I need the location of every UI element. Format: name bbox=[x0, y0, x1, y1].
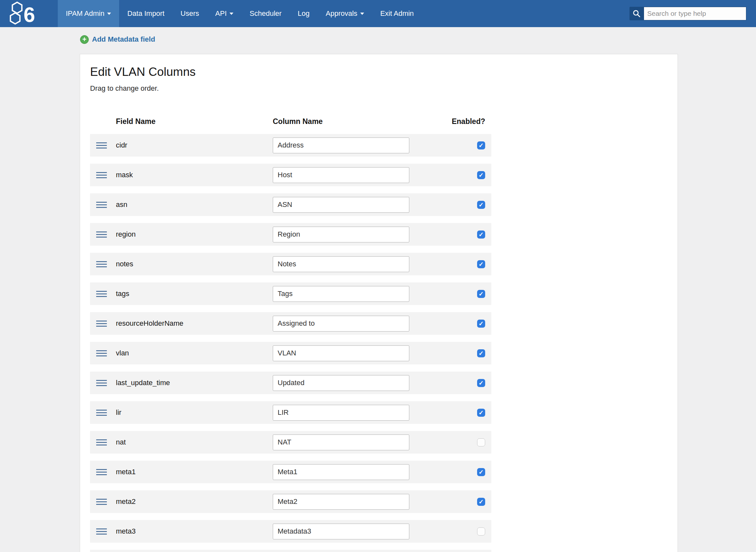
column-name-input[interactable] bbox=[273, 316, 409, 331]
header-column-name: Column Name bbox=[273, 117, 409, 126]
drag-handle-icon[interactable] bbox=[96, 202, 107, 208]
drag-handle-icon[interactable] bbox=[96, 142, 107, 148]
drag-handle-icon[interactable] bbox=[96, 172, 107, 178]
drag-handle-icon[interactable] bbox=[96, 291, 107, 297]
enabled-checkbox[interactable]: ✓ bbox=[477, 201, 485, 209]
check-icon: ✓ bbox=[479, 469, 484, 475]
drag-handle-icon[interactable] bbox=[96, 350, 107, 357]
column-name-input[interactable] bbox=[273, 256, 409, 272]
nav-item-ipam-admin[interactable]: IPAM Admin bbox=[58, 0, 119, 27]
field-name-label: nat bbox=[116, 438, 126, 446]
enabled-checkbox[interactable]: ✓ bbox=[477, 141, 485, 149]
enabled-checkbox[interactable] bbox=[477, 528, 485, 536]
table-row: resourceHolderName ✓ bbox=[90, 312, 491, 335]
field-name-label: meta1 bbox=[116, 468, 136, 476]
enabled-checkbox[interactable]: ✓ bbox=[477, 290, 485, 298]
column-name-input[interactable] bbox=[273, 346, 409, 361]
field-name-cell: cidr bbox=[116, 141, 273, 149]
column-name-input[interactable] bbox=[273, 434, 409, 450]
column-name-cell bbox=[273, 138, 409, 153]
drag-handle-icon[interactable] bbox=[96, 499, 107, 505]
field-name-label: last_update_time bbox=[116, 379, 170, 387]
field-name-label: resourceHolderName bbox=[116, 319, 183, 327]
enabled-checkbox[interactable]: ✓ bbox=[477, 468, 485, 476]
column-name-cell bbox=[273, 375, 409, 391]
header-enabled: Enabled? bbox=[409, 117, 491, 126]
column-name-cell bbox=[273, 464, 409, 480]
enabled-checkbox[interactable]: ✓ bbox=[477, 260, 485, 268]
column-name-cell bbox=[273, 405, 409, 421]
svg-text:6: 6 bbox=[24, 3, 35, 26]
column-name-cell bbox=[273, 316, 409, 331]
enabled-cell: ✓ bbox=[409, 468, 491, 476]
column-name-input[interactable] bbox=[273, 405, 409, 421]
hexagon-logo-icon: 6 bbox=[5, 0, 53, 27]
enabled-cell: ✓ bbox=[409, 171, 491, 179]
brand-logo[interactable]: 6 bbox=[0, 0, 58, 27]
drag-handle-cell bbox=[90, 528, 116, 535]
column-name-input[interactable] bbox=[273, 227, 409, 243]
table-row: mask ✓ bbox=[90, 164, 491, 186]
column-name-input[interactable] bbox=[273, 375, 409, 391]
field-name-cell: tags bbox=[116, 290, 273, 298]
table-row: last_update_time ✓ bbox=[90, 372, 491, 394]
column-name-input[interactable] bbox=[273, 167, 409, 183]
add-plus-icon: + bbox=[80, 35, 89, 44]
drag-handle-icon[interactable] bbox=[96, 380, 107, 386]
drag-handle-icon[interactable] bbox=[96, 232, 107, 238]
enabled-checkbox[interactable]: ✓ bbox=[477, 379, 485, 387]
enabled-checkbox[interactable]: ✓ bbox=[477, 231, 485, 239]
drag-handle-cell bbox=[90, 202, 116, 208]
nav-item-users[interactable]: Users bbox=[172, 0, 207, 27]
add-metadata-link[interactable]: + Add Metadata field bbox=[80, 35, 155, 44]
field-name-label: meta3 bbox=[116, 527, 136, 535]
column-name-input[interactable] bbox=[273, 464, 409, 480]
page-title: Edit VLAN Columns bbox=[90, 65, 677, 79]
field-name-label: mask bbox=[116, 171, 133, 179]
column-name-input[interactable] bbox=[273, 524, 409, 539]
enabled-checkbox[interactable]: ✓ bbox=[477, 498, 485, 506]
nav-item-scheduler[interactable]: Scheduler bbox=[242, 0, 290, 27]
nav-item-approvals[interactable]: Approvals bbox=[318, 0, 372, 27]
check-icon: ✓ bbox=[479, 202, 484, 208]
field-name-cell: meta3 bbox=[116, 527, 273, 536]
drag-handle-cell bbox=[90, 350, 116, 357]
table-row: meta2 ✓ bbox=[90, 490, 491, 513]
field-name-label: notes bbox=[116, 260, 133, 268]
nav-item-data-import[interactable]: Data Import bbox=[119, 0, 172, 27]
chevron-down-icon bbox=[230, 13, 234, 15]
search-input[interactable] bbox=[644, 7, 746, 20]
drag-handle-icon[interactable] bbox=[96, 469, 107, 475]
nav-item-exit-admin[interactable]: Exit Admin bbox=[372, 0, 422, 27]
enabled-checkbox[interactable]: ✓ bbox=[477, 319, 485, 328]
nav-item-label: Scheduler bbox=[250, 9, 282, 18]
enabled-checkbox[interactable]: ✓ bbox=[477, 349, 485, 357]
enabled-checkbox[interactable]: ✓ bbox=[477, 171, 485, 179]
column-name-input[interactable] bbox=[273, 138, 409, 153]
column-name-input[interactable] bbox=[273, 197, 409, 213]
drag-handle-icon[interactable] bbox=[96, 320, 107, 327]
table-row: lir ✓ bbox=[90, 401, 491, 424]
search-button[interactable] bbox=[629, 7, 644, 20]
column-name-input[interactable] bbox=[273, 494, 409, 510]
drag-handle-cell bbox=[90, 439, 116, 445]
column-name-input[interactable] bbox=[273, 286, 409, 302]
drag-handle-icon[interactable] bbox=[96, 410, 107, 416]
header-field-name: Field Name bbox=[116, 117, 273, 126]
drag-handle-icon[interactable] bbox=[96, 528, 107, 535]
drag-handle-icon[interactable] bbox=[96, 439, 107, 445]
table-row: notes ✓ bbox=[90, 253, 491, 275]
check-icon: ✓ bbox=[479, 320, 484, 327]
drag-handle-cell bbox=[90, 172, 116, 178]
nav-item-label: Data Import bbox=[127, 9, 164, 18]
field-name-cell: meta2 bbox=[116, 498, 273, 506]
nav-item-log[interactable]: Log bbox=[290, 0, 318, 27]
enabled-checkbox[interactable]: ✓ bbox=[477, 409, 485, 417]
nav-item-label: Log bbox=[298, 9, 310, 18]
add-metadata-label: Add Metadata field bbox=[92, 35, 155, 43]
enabled-cell: ✓ bbox=[409, 290, 491, 298]
drag-handle-icon[interactable] bbox=[96, 261, 107, 267]
enabled-checkbox[interactable] bbox=[477, 438, 485, 446]
nav-item-api[interactable]: API bbox=[207, 0, 242, 27]
enabled-cell bbox=[409, 528, 491, 536]
